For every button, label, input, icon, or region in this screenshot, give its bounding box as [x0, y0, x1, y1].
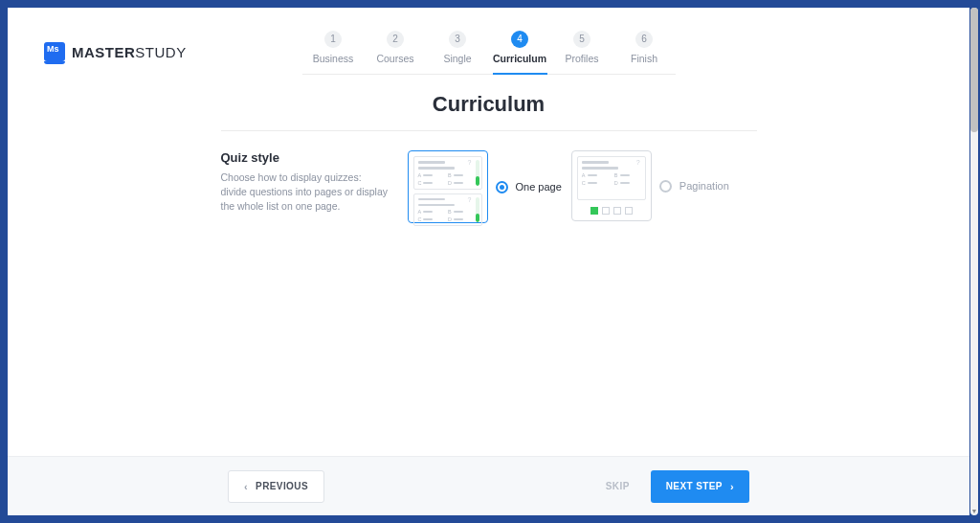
- page-title: Curriculum: [433, 92, 545, 117]
- section-description: Choose how to display quizzes: divide qu…: [221, 171, 389, 215]
- progress-bar-icon: [476, 197, 479, 223]
- step-number: 6: [635, 31, 653, 48]
- chevron-right-icon: ›: [730, 481, 734, 492]
- wizard-footer: ‹ PREVIOUS SKIP NEXT STEP ›: [8, 456, 969, 515]
- next-label: NEXT STEP: [666, 481, 723, 491]
- chevron-left-icon: ‹: [244, 481, 248, 492]
- scrollbar-thumb[interactable]: [970, 8, 978, 132]
- step-courses[interactable]: 2 Courses: [365, 31, 427, 74]
- quiz-style-section: Quiz style Choose how to display quizzes…: [221, 130, 757, 223]
- pager-dots-icon: [577, 206, 646, 216]
- scroll-down-arrow-icon[interactable]: ▼: [970, 507, 978, 516]
- radio-pagination[interactable]: [659, 180, 672, 193]
- quiz-card-icon: ? A B C D: [577, 156, 646, 200]
- previous-label: PREVIOUS: [256, 481, 308, 491]
- step-label: Finish: [613, 53, 676, 64]
- option-label: One page: [516, 181, 562, 193]
- section-heading: Quiz style: [221, 150, 389, 165]
- brand-light: STUDY: [135, 44, 186, 60]
- wizard-page: MASTERSTUDY 1 Business 2 Courses 3 Singl…: [8, 8, 969, 515]
- vertical-scrollbar[interactable]: ▲ ▼: [970, 8, 978, 515]
- quiz-style-options: ? A B C D ?: [408, 150, 729, 223]
- one-page-thumbnail-icon: ? A B C D ?: [408, 150, 488, 223]
- step-profiles[interactable]: 5 Profiles: [551, 31, 613, 74]
- radio-one-page[interactable]: [496, 181, 508, 193]
- wizard-stepper: 1 Business 2 Courses 3 Single 4 Curricul…: [302, 31, 676, 75]
- option-pagination[interactable]: ? A B C D: [571, 150, 729, 221]
- skip-button[interactable]: SKIP: [606, 481, 630, 491]
- step-number: 3: [449, 31, 466, 48]
- section-text: Quiz style Choose how to display quizzes…: [221, 150, 389, 223]
- option-label: Pagination: [679, 180, 729, 192]
- next-step-button[interactable]: NEXT STEP ›: [651, 470, 749, 503]
- step-single[interactable]: 3 Single: [427, 31, 489, 74]
- brand-logo: MASTERSTUDY: [44, 42, 187, 61]
- step-number: 5: [573, 31, 590, 48]
- previous-button[interactable]: ‹ PREVIOUS: [228, 470, 324, 503]
- option-one-page[interactable]: ? A B C D ?: [408, 150, 562, 223]
- step-label: Business: [302, 53, 365, 64]
- step-label: Curriculum: [489, 53, 551, 64]
- brand-badge-icon: [44, 42, 65, 61]
- quiz-card-icon: ? A B C D: [413, 156, 482, 190]
- pagination-thumbnail-icon: ? A B C D: [571, 150, 652, 221]
- quiz-card-icon: ? A B C D: [413, 193, 482, 227]
- step-label: Single: [427, 53, 489, 64]
- brand-strong: MASTER: [72, 44, 135, 60]
- step-curriculum[interactable]: 4 Curriculum: [489, 31, 551, 74]
- progress-bar-icon: [476, 160, 479, 186]
- step-number: 2: [387, 31, 404, 48]
- step-label: Courses: [365, 53, 427, 64]
- step-finish[interactable]: 6 Finish: [613, 31, 676, 74]
- brand-text: MASTERSTUDY: [72, 44, 187, 60]
- step-label: Profiles: [551, 53, 613, 64]
- step-number: 4: [511, 31, 528, 48]
- step-number: 1: [324, 31, 342, 48]
- step-business[interactable]: 1 Business: [302, 31, 365, 74]
